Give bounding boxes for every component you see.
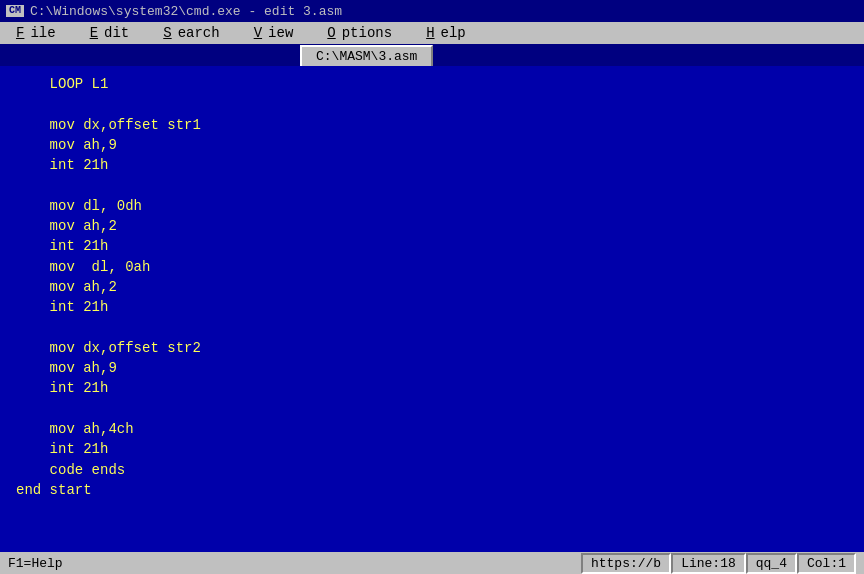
title-bar: CM C:\Windows\system32\cmd.exe - edit 3.… bbox=[0, 0, 864, 22]
cmd-icon: CM bbox=[6, 5, 24, 17]
editor[interactable]: LOOP L1 mov dx,offset str1 mov ah,9 int … bbox=[0, 66, 864, 552]
menu-help[interactable]: Help bbox=[414, 23, 472, 43]
status-bar: F1=Help https://b Line:18 qq_4 Col:1 bbox=[0, 552, 864, 574]
menu-file[interactable]: File bbox=[4, 23, 62, 43]
doc-tab[interactable]: C:\MASM\3.asm bbox=[300, 45, 433, 66]
status-line: Line:18 bbox=[671, 553, 746, 574]
menu-search[interactable]: Search bbox=[151, 23, 225, 43]
status-col: Col:1 bbox=[797, 553, 856, 574]
menu-view[interactable]: View bbox=[242, 23, 300, 43]
menu-options[interactable]: Options bbox=[315, 23, 398, 43]
status-col-label: qq_4 bbox=[746, 553, 797, 574]
menu-bar: File Edit Search View Options Help bbox=[0, 22, 864, 44]
doc-tab-row: C:\MASM\3.asm bbox=[0, 44, 864, 66]
menu-edit[interactable]: Edit bbox=[78, 23, 136, 43]
title-text: C:\Windows\system32\cmd.exe - edit 3.asm bbox=[30, 4, 342, 19]
status-right: https://b Line:18 qq_4 Col:1 bbox=[581, 553, 856, 574]
status-url: https://b bbox=[581, 553, 671, 574]
status-help: F1=Help bbox=[8, 556, 581, 571]
